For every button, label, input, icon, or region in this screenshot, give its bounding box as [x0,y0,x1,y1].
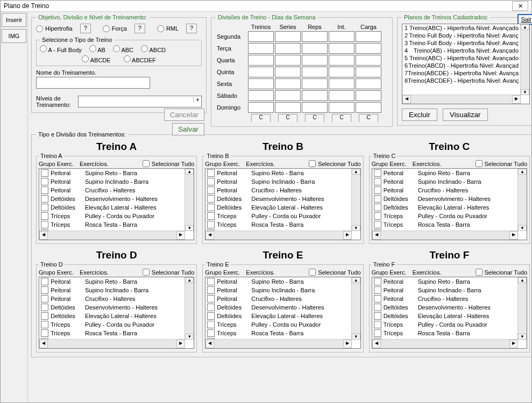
planos-list[interactable]: 1Treino(ABC) - Hipertrofia Nivel: Avança… [402,24,530,104]
scrollbar-horizontal[interactable] [205,231,351,240]
checkbox-icon[interactable] [207,312,215,320]
exercise-row[interactable]: PeitoralSupino Inclinado - Barra [205,286,351,294]
help-hipertrofia[interactable]: ? [80,24,91,33]
checkbox-icon[interactable] [374,212,381,220]
day-cell[interactable] [302,78,328,89]
exercise-row[interactable]: TrícepsPulley - Corda ou Puxador [39,212,185,220]
plan-row[interactable]: 1Treino(ABC) - Hipertrofia Nivel: Avança… [402,24,521,32]
day-cell[interactable] [248,78,274,89]
checkbox-icon[interactable] [374,186,381,194]
day-cell[interactable] [329,90,354,101]
plan-row[interactable]: 2Treino Full Body - Hipertrofia Nivel: A… [402,32,521,39]
day-cell[interactable] [275,31,301,42]
checkbox-icon[interactable] [374,312,381,320]
checkbox-icon[interactable] [207,212,215,220]
exercise-list[interactable]: PeitoralSupino Reto - BarraPeitoralSupin… [372,168,527,240]
day-cell[interactable] [329,31,354,42]
day-cell[interactable] [356,90,381,101]
day-cell[interactable] [329,67,354,77]
day-cell[interactable] [275,67,301,77]
exercise-list[interactable]: PeitoralSupino Reto - BarraPeitoralSupin… [39,168,194,240]
checkbox-icon[interactable] [41,221,48,228]
checkbox-icon[interactable] [374,304,381,311]
day-cell[interactable] [329,55,354,66]
radio-a-fullbody[interactable]: A - Full Body [40,45,82,53]
scrollbar-vertical[interactable] [185,277,194,340]
checkbox-icon[interactable] [207,169,215,177]
day-cell[interactable] [356,78,381,89]
checkbox-icon[interactable] [374,321,381,328]
day-cell[interactable] [302,43,328,54]
day-cell[interactable] [248,102,274,113]
day-cell[interactable] [302,90,328,101]
checkbox-icon[interactable] [207,195,215,203]
scrollbar-vertical[interactable] [351,277,360,340]
radio-forca[interactable]: Força [103,25,127,32]
plan-row[interactable]: 6Treino(ABCD) - Hipertrofia Nivel: Avanç… [402,62,521,69]
day-cell[interactable] [302,31,328,42]
exercise-row[interactable]: PeitoralSupino Inclinado - Barra [39,286,185,294]
checkbox-icon[interactable] [374,286,381,294]
exercise-row[interactable]: PeitoralSupino Reto - Barra [39,277,185,286]
select-all[interactable]: Selecionar Tudo [143,160,195,167]
select-all[interactable]: Selecionar Tudo [476,269,528,276]
checkbox-icon[interactable] [207,178,215,185]
excluir-button[interactable]: Excluir [402,109,437,121]
select-all[interactable]: Selecionar Tudo [309,160,361,167]
scrollbar-vertical[interactable] [517,169,527,231]
checkbox-icon[interactable] [207,286,215,294]
radio-hipertrofia[interactable]: Hipertrofia [36,25,73,32]
checkbox-icon[interactable] [374,278,381,285]
exercise-row[interactable]: PeitoralCrucifixo - Halteres [205,186,351,195]
day-cell[interactable] [275,55,301,66]
radio-abcde[interactable]: ABCDE [82,55,110,63]
day-cell[interactable] [302,67,328,77]
checkbox-icon[interactable] [41,295,48,303]
checkbox-icon[interactable] [41,321,48,328]
img-button[interactable]: IMG [2,29,26,43]
radio-ab[interactable]: AB [89,45,105,53]
exercise-row[interactable]: TrícepsPulley - Corda ou Puxador [205,212,351,220]
c-button[interactable]: C [305,114,324,122]
checkbox-icon[interactable] [41,186,48,194]
checkbox-icon[interactable] [207,304,215,311]
checkbox-icon[interactable] [207,204,215,211]
checkbox-icon[interactable] [41,312,48,320]
day-cell[interactable] [248,43,274,54]
help-forca[interactable]: ? [134,24,145,33]
checkbox-icon[interactable] [207,186,215,194]
exercise-row[interactable]: PeitoralCrucifixo - Halteres [205,294,351,303]
exercise-row[interactable]: PeitoralSupino Inclinado - Barra [372,286,518,294]
checkbox-icon[interactable] [41,286,48,294]
exercise-row[interactable]: TrícepsRosca Testa - Barra [39,329,185,337]
exercise-row[interactable]: PeitoralCrucifixo - Halteres [372,186,518,195]
day-cell[interactable] [356,55,381,66]
checkbox-icon[interactable] [207,278,215,285]
radio-abcd[interactable]: ABCD [141,45,166,53]
checkbox-icon[interactable] [207,221,215,228]
checkbox-icon[interactable] [374,204,381,211]
exercise-row[interactable]: DeltóidesDesenvolvimento - Halteres [39,195,185,203]
exercise-list[interactable]: PeitoralSupino Reto - BarraPeitoralSupin… [205,168,360,240]
help-rml[interactable]: ? [186,24,197,33]
checkbox-icon[interactable] [207,321,215,328]
exercise-row[interactable]: PeitoralCrucifixo - Halteres [39,294,185,303]
exercise-row[interactable]: DeltóidesDesenvolvimento - Halteres [205,303,351,312]
plan-row[interactable]: 4Treino(AB) - Hipertrofia Nivel: Avançad… [402,47,521,54]
c-button[interactable]: C [278,114,297,122]
radio-rml[interactable]: RML [157,25,179,32]
day-cell[interactable] [275,78,301,89]
day-cell[interactable] [248,31,274,42]
checkbox-icon[interactable] [207,295,215,303]
salvar-button[interactable]: Salvar [172,123,204,135]
exercise-row[interactable]: TrícepsRosca Testa - Barra [372,220,518,229]
exercise-row[interactable]: DeltóidesElevação Lateral - Halteres [372,312,518,320]
scrollbar-vertical[interactable] [185,169,194,231]
exercise-row[interactable]: TrícepsPulley - Corda ou Puxador [39,320,185,329]
scrollbar-horizontal[interactable] [39,339,185,348]
plan-row[interactable]: 8Treino(ABCDEF) - Hipertrofia Nivel: Ava… [402,77,521,84]
scrollbar-horizontal[interactable] [205,339,351,348]
exercise-row[interactable]: DeltóidesElevação Lateral - Halteres [39,203,185,212]
day-cell[interactable] [329,102,354,113]
checkbox-icon[interactable] [41,178,48,185]
